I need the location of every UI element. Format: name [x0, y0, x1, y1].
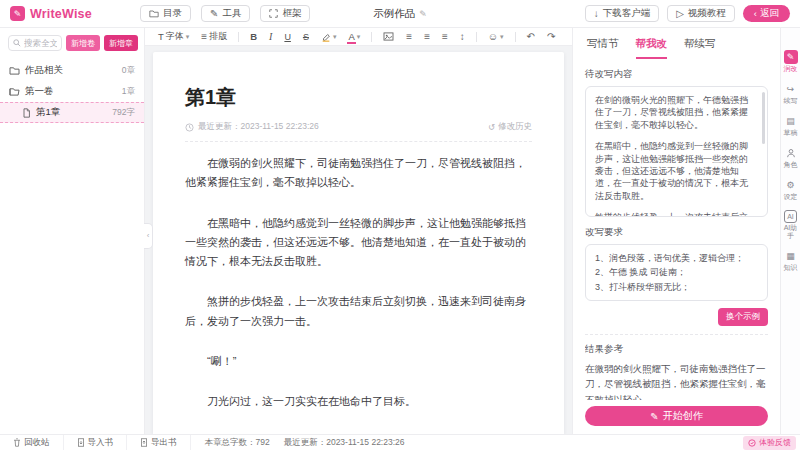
align-right-button[interactable]: ≡ — [437, 29, 453, 45]
tools-button[interactable]: ✎ 工具 — [201, 5, 250, 22]
line-height-button[interactable]: ↕ — [455, 29, 470, 45]
smiley-icon: ☺ — [488, 31, 498, 42]
chevron-down-icon: ▾ — [186, 33, 190, 41]
dock-item-ai-helper[interactable]: AI AI助手 — [782, 210, 800, 240]
paragraph: “唰！” — [185, 352, 532, 371]
bold-button[interactable]: B — [245, 29, 262, 45]
app-logo: ✎ WriteWise — [10, 6, 140, 21]
recycle-bin-button[interactable]: 回收站 — [0, 435, 64, 450]
paragraph: 刀光闪过，这一刀实实在在地命中了目标。 — [185, 392, 532, 411]
align-left-button[interactable]: ≡ — [401, 29, 417, 45]
catalog-button[interactable]: 目录 — [140, 5, 191, 22]
dock-item-character[interactable]: 角色 — [782, 146, 800, 169]
dock-item-settings[interactable]: ⚙ 设定 — [782, 178, 800, 201]
insert-image-button[interactable] — [378, 29, 399, 45]
dock-item-knowledge[interactable]: ▦ 知识 — [782, 249, 800, 272]
toolbar-divider — [238, 32, 239, 42]
chapter-tree: 作品相关 0章 第一卷 1章 第1章 792字 — [0, 57, 144, 434]
video-icon: ▷ — [676, 8, 684, 19]
polish-icon: ✎ — [784, 50, 798, 64]
export-label: 导出书 — [151, 437, 177, 449]
dock-item-polish[interactable]: ✎ 润改 — [782, 50, 800, 73]
emoji-button[interactable]: ☺ ▾ — [483, 29, 509, 45]
book-icon: ▦ — [784, 249, 798, 263]
import-book-button[interactable]: 导入书 — [64, 435, 128, 450]
tab-write-plot[interactable]: 写情节 — [587, 37, 619, 59]
chevron-down-icon: ▾ — [357, 33, 361, 41]
last-updated-status: 最近更新：2023-11-15 22:23:26 — [284, 437, 405, 449]
download-client-button[interactable]: ↓ 下载客户端 — [585, 5, 660, 22]
ai-icon: AI — [784, 210, 797, 223]
align-center-button[interactable]: ≡ — [419, 29, 435, 45]
feedback-badge[interactable]: 体验反馈 — [743, 436, 796, 450]
export-book-button[interactable]: 导出书 — [127, 435, 191, 450]
document-page[interactable]: 第1章 最近更新：2023-11-15 22:23:26 ↺ 修改历史 在微弱的… — [153, 52, 564, 434]
back-button[interactable]: ‹ 返回 — [743, 5, 790, 22]
format-toolbar: T字体▾ ≡排版 B I U S ▾ A ▾ ≡ ≡ ≡ — [145, 28, 572, 46]
history-icon: ↺ — [488, 122, 495, 132]
dock-item-continue[interactable]: ↪ 续写 — [782, 82, 800, 105]
history-button[interactable]: ↺ 修改历史 — [488, 121, 532, 133]
tab-continue-writing[interactable]: 帮续写 — [684, 37, 716, 59]
result-paragraph: 在微弱的剑火照耀下，司徒南勉强挡住了一刀，尽管视线被阻挡，他紧紧握住宝剑，毫不敢… — [585, 361, 768, 400]
last-updated: 最近更新：2023-11-15 22:23:26 — [198, 121, 319, 133]
source-paragraph: 在剑的微弱火光的照耀下，午德勉强挡住了一刀，尽管视线被阻挡，他紧紧握住宝剑，毫不… — [595, 94, 755, 131]
continue-icon: ↪ — [784, 82, 798, 96]
font-dropdown[interactable]: T字体▾ — [153, 29, 194, 45]
chevron-down-icon: ▾ — [500, 33, 504, 41]
paragraph: 司徒南的背后被刀光划过，一道气浪炸，背上留下了一道鲜血淋漓的伤口。 — [185, 432, 532, 434]
recycle-label: 回收站 — [24, 437, 50, 449]
work-title: 示例作品 — [373, 7, 415, 21]
collapse-sidebar-handle[interactable]: ‹ — [144, 223, 153, 249]
change-example-button[interactable]: 换个示例 — [718, 308, 768, 326]
source-paragraph: 煞拼的步伐轻盈，上一次攻击结束后立刻切换，迅速来到午德身后，发动了一次强力一击。 — [595, 211, 755, 217]
requirement-item: 1、润色段落，语句优美，逻辑合理； — [595, 251, 758, 265]
highlight-color-button[interactable]: ▾ — [316, 29, 342, 45]
align-left-icon: ≡ — [406, 31, 412, 42]
redo-button[interactable]: ↷ — [542, 29, 560, 45]
frame-button[interactable]: 框架 — [260, 5, 310, 22]
new-chapter-button[interactable]: 新增章 — [104, 35, 138, 51]
result-reference-label: 结果参考 — [585, 343, 768, 356]
source-paragraph: 在黑暗中，他隐约感觉到一丝轻微的脚步声，这让他勉强能够抵挡一些突然的袭击，但这还… — [595, 140, 755, 202]
ai-assistant-panel: 写情节 帮我改 帮续写 待改写内容 在剑的微弱火光的照耀下，午德勉强挡住了一刀，… — [572, 28, 780, 434]
tree-item-chapter-1[interactable]: 第1章 792字 — [0, 102, 144, 123]
page-title: 第1章 — [185, 84, 532, 111]
italic-button[interactable]: I — [264, 29, 277, 45]
requirements-textarea[interactable]: 1、润色段落，语句优美，逻辑合理； 2、午德 换成 司徒南； 3、打斗桥段华丽无… — [585, 244, 768, 301]
italic-icon: I — [269, 31, 272, 42]
dock-item-draft[interactable]: ▤ 草稿 — [782, 114, 800, 137]
feedback-icon — [748, 439, 756, 447]
new-volume-button[interactable]: 新增卷 — [66, 35, 100, 51]
video-label: 视频教程 — [688, 7, 726, 20]
frame-icon — [269, 9, 278, 18]
source-textarea[interactable]: 在剑的微弱火光的照耀下，午德勉强挡住了一刀，尽管视线被阻挡，他紧紧握住宝剑，毫不… — [585, 86, 768, 217]
tree-item-volume-1[interactable]: 第一卷 1章 — [0, 81, 144, 102]
tab-rewrite[interactable]: 帮我改 — [636, 37, 668, 59]
strikethrough-icon: S — [303, 32, 309, 42]
layout-icon: ≡ — [201, 31, 207, 42]
undo-button[interactable]: ↶ — [522, 29, 540, 45]
dock-label: AI助手 — [782, 224, 800, 240]
textarea-scrollbar[interactable] — [762, 92, 765, 144]
font-color-button[interactable]: A ▾ — [343, 29, 365, 45]
download-icon: ↓ — [594, 8, 599, 19]
start-writing-button[interactable]: ✎ 开始创作 — [585, 406, 768, 426]
underline-icon: U — [284, 32, 291, 42]
download-label: 下载客户端 — [603, 7, 651, 20]
word-count: 792字 — [112, 107, 135, 119]
import-icon — [77, 438, 85, 447]
draft-icon: ▤ — [784, 114, 798, 128]
pen-icon: ✎ — [210, 8, 218, 19]
strikethrough-button[interactable]: S — [298, 29, 314, 45]
tree-item-work-related[interactable]: 作品相关 0章 — [0, 60, 144, 81]
search-input[interactable] — [24, 38, 57, 48]
chapter-sidebar: 新增卷 新增章 作品相关 0章 第一卷 1章 第1章 792字 — [0, 28, 145, 434]
document-body[interactable]: 在微弱的剑火照耀下，司徒南勉强挡住了一刀，尽管视线被阻挡，他紧紧握住宝剑，毫不敢… — [185, 154, 532, 434]
underline-button[interactable]: U — [279, 29, 296, 45]
layout-dropdown[interactable]: ≡排版 — [196, 29, 232, 45]
chapter-count: 1章 — [122, 86, 135, 98]
video-tutorial-button[interactable]: ▷ 视频教程 — [667, 5, 735, 22]
edit-title-icon[interactable]: ✎ — [419, 9, 427, 19]
result-text: 在微弱的剑火照耀下，司徒南勉强挡住了一刀，尽管视线被阻挡，他紧紧握住宝剑，毫不敢… — [585, 361, 768, 400]
